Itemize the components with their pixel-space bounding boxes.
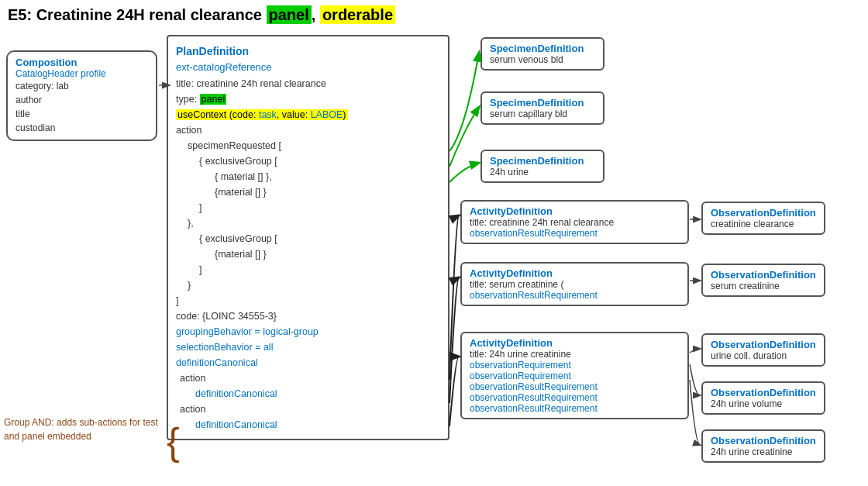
activity-definition-box-1: ActivityDefinition title: creatinine 24h… [460,200,689,244]
page-title: E5: Creatinine 24H renal clearance panel… [8,6,395,24]
material-3: {material [] } [176,246,440,262]
obs-2-sub: serum creatinine [711,281,816,291]
definition-canonical-3: definitionCanonical [176,417,440,433]
activity-3-field-6: observationResultRequirement [470,403,680,414]
specimen-1-title: SpecimenDefinition [490,43,595,54]
composition-field-4: custodian [16,121,148,135]
note-box: Group AND: adds sub-actions for test and… [4,415,159,443]
obs-3-sub: urine coll. duration [711,350,816,361]
activity-2-title: ActivityDefinition [470,267,680,279]
action-2: action [176,371,440,386]
activity-3-field-1: title: 24h urine creatinine [470,349,680,360]
close-bracket-1: ] [176,200,440,215]
title-panel-highlight: panel [267,5,312,24]
obs-5-sub: 24h urine creatinine [711,446,816,457]
curly-brace: { [167,422,180,461]
activity-definition-box-3: ActivityDefinition title: 24h urine crea… [460,332,689,419]
activity-definition-box-2: ActivityDefinition title: serum creatini… [460,262,689,306]
activity-3-field-2: observationRequirement [470,360,680,371]
obs-4-sub: 24h urine volume [711,398,816,409]
composition-title: Composition [16,57,148,68]
plan-title-field: title: creatinine 24h renal clearance [176,76,440,91]
definition-canonical-1: definitionCanonical [176,355,440,371]
activity-2-field-2: observationResultRequirement [470,290,680,301]
close-brace-2: } [176,277,440,293]
obs-1-title: ObservationDefinition [711,207,816,219]
composition-field-1: category: lab [16,79,148,93]
obs-2-title: ObservationDefinition [711,269,816,281]
specimen-requested: specimenRequested [ [176,138,440,153]
title-comma: , [312,6,320,23]
plan-usecontext-field: useContext (code: task, value: LABOE) [176,107,440,122]
specimen-3-title: SpecimenDefinition [490,155,595,167]
composition-field-3: title [16,107,148,121]
action-3: action [176,402,440,417]
specimen-2-title: SpecimenDefinition [490,97,595,109]
obs-3-title: ObservationDefinition [711,339,816,350]
obs-1-sub: creatinine clearance [711,219,816,229]
activity-1-title: ActivityDefinition [470,205,680,217]
usecontext-highlight: useContext (code: task, value: LABOE) [176,109,348,120]
specimen-definition-box-1: SpecimenDefinition serum venous bld [480,37,604,71]
close-brace-1: }, [176,215,440,231]
specimen-2-sub: serum capillary bld [490,109,595,119]
observation-definition-box-1: ObservationDefinition creatinine clearan… [701,202,825,235]
activity-1-field-1: title: creatinine 24h renal clearance [470,217,680,228]
observation-definition-box-4: ObservationDefinition 24h urine volume [701,381,825,415]
plan-type-field: type: panel [176,91,440,107]
definition-canonical-2: definitionCanonical [176,386,440,402]
title-orderable-highlight: orderable [320,5,395,24]
note-text: Group AND: adds sub-actions for test and… [4,417,158,442]
activity-2-field-1: title: serum creatinine ( [470,279,680,290]
obs-4-title: ObservationDefinition [711,387,816,398]
code-line: code: {LOINC 34555-3} [176,308,440,324]
title-prefix: E5: Creatinine 24H renal clearance [8,6,267,23]
plan-action: action [176,122,440,138]
material-1: { material [] }, [176,169,440,184]
composition-subtitle: CatalogHeader profile [16,68,148,79]
type-label: type: [176,94,200,105]
composition-box: Composition CatalogHeader profile catego… [6,50,157,141]
exclusive-group-2: { exclusiveGroup [ [176,231,440,246]
observation-definition-box-3: ObservationDefinition urine coll. durati… [701,333,825,367]
grouping-behavior: groupingBehavior = logical-group [176,324,440,340]
close-bracket-3: ] [176,293,440,308]
plan-definition-box: PlanDefinition ext-catalogReference titl… [167,35,450,440]
page-container: E5: Creatinine 24H renal clearance panel… [0,0,868,486]
ext-catalog-reference: ext-catalogReference [176,60,440,76]
observation-definition-box-2: ObservationDefinition serum creatinine [701,264,825,297]
specimen-definition-box-3: SpecimenDefinition 24h urine [480,150,604,183]
selection-behavior: selectionBehavior = all [176,340,440,355]
specimen-definition-box-2: SpecimenDefinition serum capillary bld [480,91,604,125]
specimen-1-sub: serum venous bld [490,54,595,65]
material-2: {material [] } [176,184,440,200]
observation-definition-box-5: ObservationDefinition 24h urine creatini… [701,429,825,463]
composition-field-2: author [16,93,148,107]
obs-5-title: ObservationDefinition [711,435,816,446]
close-bracket-2: ] [176,262,440,277]
activity-3-field-3: observationRequirement [470,371,680,381]
plan-definition-title: PlanDefinition [176,43,440,60]
exclusive-group-1: { exclusiveGroup [ [176,153,440,169]
specimen-3-sub: 24h urine [490,167,595,178]
activity-3-title: ActivityDefinition [470,337,680,349]
activity-3-field-4: observationResultRequirement [470,381,680,392]
activity-3-field-5: observationResultRequirement [470,392,680,403]
type-panel-highlight: panel [200,94,227,105]
activity-1-field-2: observationResultRequirement [470,228,680,239]
